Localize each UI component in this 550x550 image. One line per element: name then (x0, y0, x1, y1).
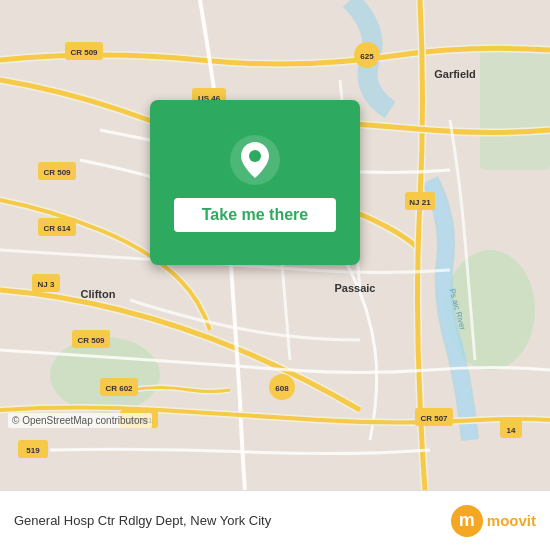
location-label: General Hosp Ctr Rdlgy Dept, New York Ci… (14, 513, 271, 528)
svg-text:519: 519 (26, 446, 40, 455)
svg-text:CR 602: CR 602 (105, 384, 133, 393)
svg-text:CR 509: CR 509 (77, 336, 105, 345)
svg-text:CR 509: CR 509 (70, 48, 98, 57)
location-pin-icon (229, 134, 281, 186)
svg-text:CR 509: CR 509 (43, 168, 71, 177)
svg-point-37 (249, 150, 261, 162)
svg-text:CR 614: CR 614 (43, 224, 71, 233)
svg-text:NJ 21: NJ 21 (409, 198, 431, 207)
svg-text:625: 625 (360, 52, 374, 61)
take-me-there-button[interactable]: Take me there (174, 198, 336, 232)
app-container: CR 509 US 46 625 NJ 21 CR 509 CR 614 NJ … (0, 0, 550, 550)
svg-text:608: 608 (275, 384, 289, 393)
svg-text:Garfield: Garfield (434, 68, 476, 80)
moovit-icon: m (451, 505, 483, 537)
bottom-bar: General Hosp Ctr Rdlgy Dept, New York Ci… (0, 490, 550, 550)
svg-text:14: 14 (507, 426, 516, 435)
svg-point-1 (50, 337, 160, 413)
action-card[interactable]: Take me there (150, 100, 360, 265)
svg-text:NJ 3: NJ 3 (38, 280, 55, 289)
map-attribution: © OpenStreetMap contributors (8, 413, 152, 428)
svg-text:Clifton: Clifton (81, 288, 116, 300)
svg-text:Passaic: Passaic (335, 282, 376, 294)
map-area: CR 509 US 46 625 NJ 21 CR 509 CR 614 NJ … (0, 0, 550, 490)
svg-text:CR 507: CR 507 (420, 414, 448, 423)
svg-rect-3 (480, 50, 550, 170)
moovit-text: moovit (487, 512, 536, 529)
moovit-logo: m moovit (451, 505, 536, 537)
